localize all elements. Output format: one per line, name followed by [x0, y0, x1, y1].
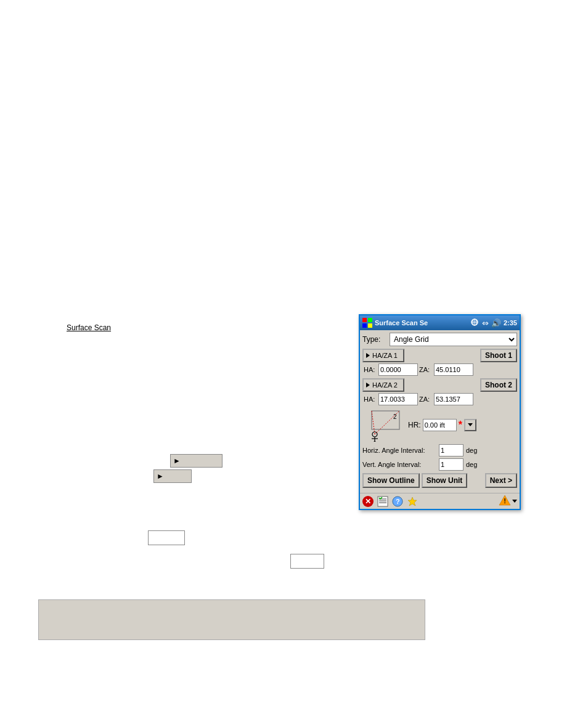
close-button[interactable]: ✕ [362, 496, 374, 507]
arrow-icon-1: ► [173, 456, 181, 465]
za1-label: ZA: [419, 366, 433, 373]
warning-icon: ! [499, 495, 511, 508]
show-unit-button[interactable]: Show Unit [422, 473, 468, 488]
horiz-angle-input[interactable] [439, 444, 463, 456]
svg-text:?: ? [396, 498, 400, 505]
svg-line-14 [375, 441, 377, 442]
input-field-1[interactable] [148, 530, 185, 545]
hr-dropdown-button[interactable] [464, 419, 476, 431]
ha2-label: HA: [364, 396, 377, 403]
haza2-arrow-icon [366, 383, 370, 387]
bottom-info-bar [38, 599, 425, 640]
svg-text:2: 2 [393, 413, 397, 420]
surface-scan-popup: Surface Scan Se ⇔ 🔊 2:35 Type: [359, 314, 521, 510]
ha1-label: HA: [364, 366, 377, 373]
show-outline-button[interactable]: Show Outline [362, 473, 420, 488]
haza2-button[interactable]: HA/ZA 2 [362, 378, 404, 392]
za1-input[interactable] [434, 363, 473, 376]
svg-rect-3 [368, 323, 372, 328]
svg-rect-2 [362, 323, 367, 328]
type-label: Type: [362, 335, 387, 344]
svg-line-13 [372, 441, 375, 442]
show-outline-label: Show Outline [367, 476, 415, 485]
svg-rect-1 [368, 318, 372, 322]
ha2-input[interactable] [378, 393, 418, 405]
bottom-buttons-row: Show Outline Show Unit Next > [362, 473, 517, 488]
popup-titlebar: Surface Scan Se ⇔ 🔊 2:35 [360, 315, 520, 330]
dropdown-arrow-icon [468, 423, 473, 426]
arrow-button-1[interactable]: ► [170, 454, 223, 468]
required-asterisk: * [459, 420, 462, 431]
taskbar-right: ! [499, 495, 517, 508]
haza1-label: HA/ZA 1 [372, 352, 398, 359]
checklist-icon[interactable] [377, 496, 388, 507]
type-select[interactable]: Angle Grid [390, 333, 517, 346]
surface-scan-link[interactable]: Surface Scan [67, 323, 111, 332]
windows-logo-icon [362, 318, 372, 328]
za2-label: ZA: [419, 396, 433, 403]
horiz-angle-label: Horiz. Angle Interval: [362, 447, 436, 454]
arrows-icon: ⇔ [482, 319, 489, 327]
titlebar-time: 2:35 [504, 319, 517, 327]
vert-angle-label: Vert. Angle Interval: [362, 461, 436, 468]
star-icon[interactable] [407, 496, 418, 507]
show-unit-label: Show Unit [427, 476, 463, 485]
type-row: Type: Angle Grid [362, 333, 517, 346]
network-icon [470, 318, 480, 328]
haza2-inputs: HA: ZA: [364, 393, 517, 405]
hr-input[interactable] [423, 419, 457, 431]
haza1-row: HA/ZA 1 Shoot 1 [362, 349, 517, 362]
haza1-arrow-icon [366, 353, 370, 358]
diagram-area: 2 HR: * [362, 408, 517, 442]
vert-angle-unit: deg [466, 461, 477, 468]
haza2-row: HA/ZA 2 Shoot 2 [362, 378, 517, 392]
haza2-label: HA/ZA 2 [372, 381, 398, 389]
shoot1-label: Shoot 1 [485, 351, 512, 360]
next-label: Next > [490, 476, 512, 485]
popup-title: Surface Scan Se [375, 319, 467, 327]
svg-rect-0 [362, 318, 367, 322]
svg-text:!: ! [504, 498, 506, 505]
za2-input[interactable] [434, 393, 473, 405]
expand-arrow-icon[interactable] [512, 500, 517, 503]
scan-diagram: 2 [362, 408, 406, 442]
horiz-angle-unit: deg [466, 447, 477, 454]
ha1-input[interactable] [378, 363, 418, 376]
vert-angle-input[interactable] [439, 458, 463, 471]
haza1-inputs: HA: ZA: [364, 363, 517, 376]
input-field-2[interactable] [290, 554, 324, 569]
hr-label: HR: [408, 421, 421, 429]
shoot2-label: Shoot 2 [485, 381, 512, 389]
vert-angle-row: Vert. Angle Interval: deg [362, 458, 517, 471]
popup-taskbar: ✕ ? [360, 493, 520, 509]
horiz-angle-row: Horiz. Angle Interval: deg [362, 444, 517, 456]
main-content: Surface Scan ► ► Surface Scan Se [0, 0, 588, 714]
arrow-icon-2: ► [157, 472, 164, 481]
help-icon[interactable]: ? [392, 496, 403, 507]
popup-body: Type: Angle Grid HA/ZA 1 Shoot 1 HA: [360, 330, 520, 493]
haza1-button[interactable]: HA/ZA 1 [362, 349, 404, 362]
next-button[interactable]: Next > [485, 473, 517, 488]
svg-marker-23 [408, 497, 417, 506]
arrow-button-2[interactable]: ► [153, 469, 192, 483]
speaker-icon: 🔊 [491, 319, 501, 327]
shoot2-button[interactable]: Shoot 2 [480, 378, 517, 392]
shoot1-button[interactable]: Shoot 1 [480, 349, 517, 362]
hr-row: HR: * [408, 419, 517, 431]
